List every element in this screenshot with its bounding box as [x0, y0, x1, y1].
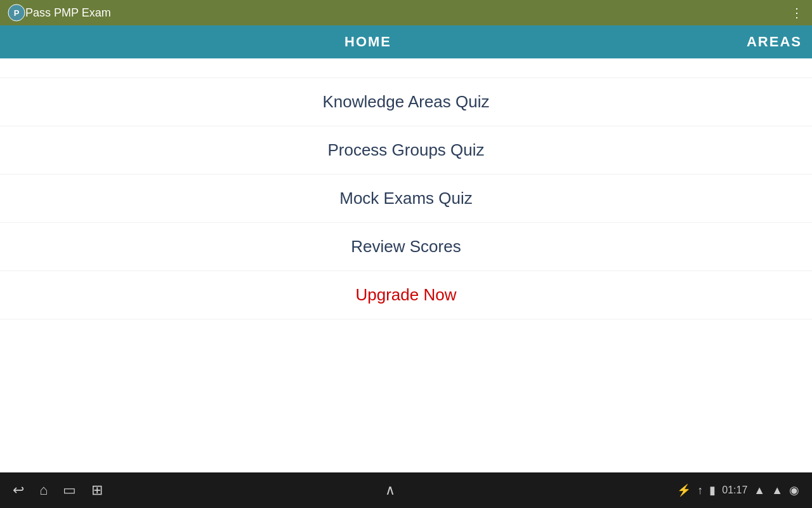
menu-item-mock-exams-quiz[interactable]: Mock Exams Quiz: [0, 175, 812, 223]
menu-item-process-groups-quiz[interactable]: Process Groups Quiz: [0, 126, 812, 175]
nav-areas-tab[interactable]: AREAS: [736, 34, 812, 50]
bottom-nav-left: ↩ ⌂ ▭ ⊞: [13, 482, 103, 498]
menu-item-knowledge-areas-quiz[interactable]: Knowledge Areas Quiz: [0, 77, 812, 126]
recent-apps-icon[interactable]: ▭: [63, 482, 76, 498]
status-bar: P Pass PMP Exam ⋮: [0, 0, 812, 25]
notif-icon: ◉: [789, 483, 799, 497]
nav-home-tab[interactable]: HOME: [0, 34, 736, 50]
battery-icon: ▮: [709, 483, 716, 497]
time-display: 01:17: [722, 485, 747, 496]
wifi-icon: ▲: [754, 484, 765, 497]
back-icon[interactable]: ↩: [13, 482, 24, 498]
overflow-menu-icon[interactable]: ⋮: [790, 5, 804, 20]
menu-item-review-scores[interactable]: Review Scores: [0, 223, 812, 271]
app-icon: P: [8, 4, 25, 22]
charge-icon: ↑: [697, 484, 703, 497]
svg-text:P: P: [14, 8, 20, 18]
grid-icon[interactable]: ⊞: [91, 482, 103, 498]
signal-icon: ▲: [771, 484, 783, 497]
bottom-status-group: ⚡ ↑ ▮ 01:17 ▲ ▲ ◉: [677, 483, 799, 497]
main-content: Knowledge Areas QuizProcess Groups QuizM…: [0, 58, 812, 472]
app-title: Pass PMP Exam: [25, 6, 790, 20]
nav-bar: HOME AREAS: [0, 25, 812, 58]
bottom-nav-bar: ↩ ⌂ ▭ ⊞ ∧ ⚡ ↑ ▮ 01:17 ▲ ▲ ◉: [0, 472, 812, 508]
menu-item-upgrade-now[interactable]: Upgrade Now: [0, 271, 812, 319]
bottom-nav-center: ∧: [385, 482, 395, 498]
up-icon[interactable]: ∧: [385, 482, 395, 498]
usb-icon: ⚡: [677, 483, 691, 497]
home-icon[interactable]: ⌂: [39, 482, 48, 498]
